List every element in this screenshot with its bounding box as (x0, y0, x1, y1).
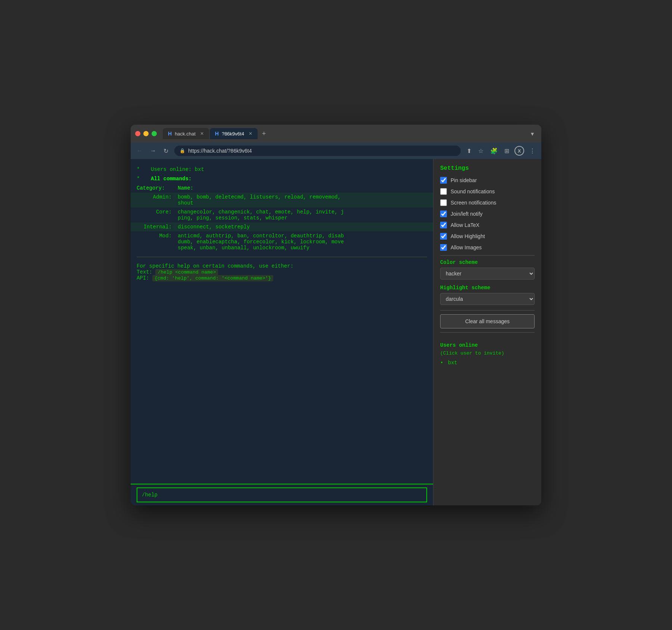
all-commands-msg: * All commands: (131, 174, 433, 184)
setting-screen-notifications: Screen notifications (440, 199, 535, 206)
setting-allow-images: Allow Images (440, 244, 535, 251)
table-header: Category: Name: (131, 184, 433, 193)
screen-notifications-label: Screen notifications (451, 200, 496, 206)
main-content: * Users online: bxt * All commands: Cate… (131, 159, 541, 505)
screen-notifications-checkbox[interactable] (440, 199, 447, 206)
chat-area: * Users online: bxt * All commands: Cate… (131, 159, 433, 505)
browser-window: H hack.chat ✕ H ?86k9v6t4 ✕ + ▾ ← → ↻ 🔒 … (131, 125, 541, 505)
minimize-button[interactable] (143, 131, 149, 136)
lock-icon: 🔒 (180, 148, 185, 153)
setting-allow-latex: Allow LaTeX (440, 222, 535, 228)
sound-notifications-checkbox[interactable] (440, 188, 447, 195)
msg-prefix-2: * (137, 175, 148, 183)
user-name: bxt (448, 360, 457, 366)
chat-divider (137, 257, 427, 257)
chat-messages: * Users online: bxt * All commands: Cate… (131, 159, 433, 484)
help-text-line: Text: /help <command name> (137, 269, 427, 275)
sidebar: Settings Pin sidebar Sound notifications… (433, 159, 541, 505)
x-profile-icon[interactable]: X (514, 146, 524, 156)
back-button[interactable]: ← (135, 146, 144, 156)
tab-close-active-icon[interactable]: ✕ (249, 131, 252, 136)
allow-images-label: Allow Images (451, 244, 482, 250)
mod-category: Mod: (137, 233, 178, 251)
address-input[interactable]: 🔒 https://hack.chat/?86k9v6t4 (174, 146, 461, 156)
mod-row: Mod: anticmd, authtrip, ban, controltor,… (131, 231, 433, 252)
allow-latex-checkbox[interactable] (440, 222, 447, 228)
split-icon[interactable]: ⊞ (503, 146, 511, 156)
users-hint: (Click user to invite) (440, 350, 535, 356)
tab-label: hack.chat (175, 131, 196, 137)
tab-menu-button[interactable]: ▾ (528, 129, 537, 139)
maximize-button[interactable] (152, 131, 157, 136)
address-bar: ← → ↻ 🔒 https://hack.chat/?86k9v6t4 ⬆ ☆ … (131, 143, 541, 159)
sidebar-divider-2 (440, 310, 535, 311)
core-category: Core: (137, 209, 178, 221)
users-online-label: Users online (440, 342, 535, 348)
highlight-scheme-select[interactable]: darcula github monokai (440, 293, 535, 305)
extensions-icon[interactable]: 🧩 (489, 146, 499, 156)
chat-input-area (131, 484, 433, 505)
tab-favicon: H (168, 131, 172, 137)
settings-section: Settings Pin sidebar Sound notifications… (433, 159, 541, 342)
core-commands: changecolor, changenick, chat, emote, he… (178, 209, 427, 221)
setting-allow-highlight: Allow Highlight (440, 233, 535, 240)
sound-notifications-label: Sound notifications (451, 188, 495, 194)
new-tab-button[interactable]: + (258, 128, 270, 139)
users-section: Users online (Click user to invite) • bx… (433, 342, 541, 372)
more-icon[interactable]: ⋮ (528, 146, 537, 156)
tab-room[interactable]: H ?86k9v6t4 ✕ (210, 128, 258, 139)
setting-sound-notifications: Sound notifications (440, 188, 535, 195)
allow-images-checkbox[interactable] (440, 244, 447, 251)
sidebar-divider-1 (440, 255, 535, 256)
help-section: For specific help on certain commands, u… (131, 262, 433, 283)
help-text-code: /help <command name> (155, 269, 218, 275)
help-text-label: Text: (137, 269, 152, 275)
clear-all-messages-button[interactable]: Clear all messages (440, 314, 535, 328)
title-bar: H hack.chat ✕ H ?86k9v6t4 ✕ + ▾ (131, 125, 541, 143)
internal-commands: disconnect, socketreply (178, 224, 427, 230)
share-icon[interactable]: ⬆ (465, 146, 473, 156)
setting-join-left-notify: Join/left notify (440, 210, 535, 217)
color-scheme-select[interactable]: hacker default dark light (440, 268, 535, 280)
col-name-header: Name: (178, 185, 193, 191)
col-category-header: Category: (137, 185, 178, 191)
toolbar-icons: ⬆ ☆ 🧩 ⊞ X ⋮ (465, 146, 537, 156)
help-api-line: API: {cmd: 'help', command: '<command na… (137, 275, 427, 281)
forward-button[interactable]: → (149, 146, 158, 156)
mod-commands: anticmd, authtrip, ban, controltor, deau… (178, 233, 427, 251)
settings-title: Settings (440, 165, 535, 172)
setting-pin-sidebar: Pin sidebar (440, 177, 535, 184)
traffic-lights (135, 131, 157, 136)
admin-row: Admin: bomb, bomb, deletecmd, listusers,… (131, 193, 433, 208)
url-text: https://hack.chat/?86k9v6t4 (188, 148, 252, 154)
all-commands-text: All commands: (151, 175, 427, 183)
help-api-label: API: (137, 275, 149, 281)
tab-favicon-active: H (215, 131, 219, 137)
user-list-item[interactable]: • bxt (440, 359, 535, 367)
color-scheme-label: Color scheme (440, 259, 535, 265)
allow-highlight-checkbox[interactable] (440, 233, 447, 240)
users-online-msg: * Users online: bxt (131, 165, 433, 174)
reload-button[interactable]: ↻ (162, 146, 170, 156)
bookmark-icon[interactable]: ☆ (477, 146, 485, 156)
highlight-scheme-label: Highlight scheme (440, 285, 535, 291)
help-api-code: {cmd: 'help', command: '<command name>'} (152, 275, 273, 281)
chat-input[interactable] (137, 487, 427, 502)
core-row: Core: changecolor, changenick, chat, emo… (131, 208, 433, 222)
internal-category: Internal: (137, 224, 178, 230)
tab-bar: H hack.chat ✕ H ?86k9v6t4 ✕ + (163, 128, 525, 139)
allow-latex-label: Allow LaTeX (451, 222, 479, 228)
tab-label-active: ?86k9v6t4 (222, 131, 244, 137)
tab-hack-chat[interactable]: H hack.chat ✕ (163, 128, 209, 139)
highlight-scheme-group: Highlight scheme darcula github monokai (440, 285, 535, 305)
pin-sidebar-label: Pin sidebar (451, 177, 477, 183)
join-left-notify-checkbox[interactable] (440, 210, 447, 217)
tab-close-icon[interactable]: ✕ (200, 131, 204, 136)
close-button[interactable] (135, 131, 140, 136)
sidebar-divider-3 (440, 332, 535, 333)
internal-row: Internal: disconnect, socketreply (131, 222, 433, 231)
allow-highlight-label: Allow Highlight (451, 233, 485, 239)
admin-commands: bomb, bomb, deletecmd, listusers, reload… (178, 194, 427, 206)
pin-sidebar-checkbox[interactable] (440, 177, 447, 184)
msg-prefix: * (137, 166, 148, 174)
